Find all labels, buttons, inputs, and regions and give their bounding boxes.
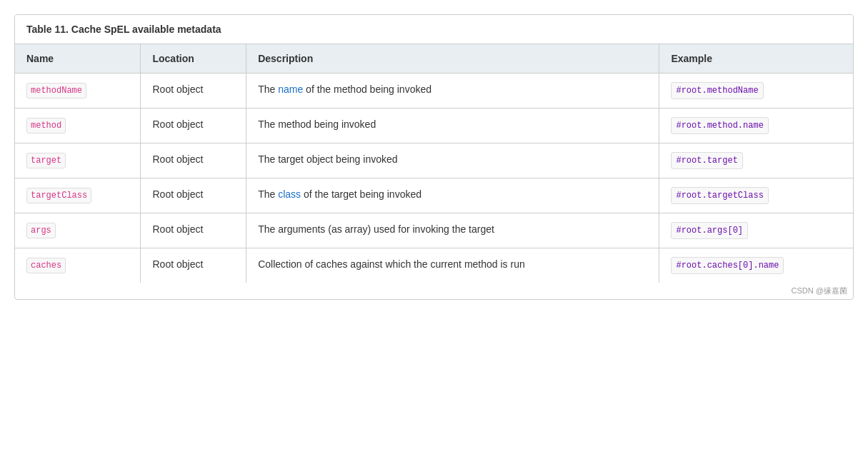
cell-example: #root.target [659, 143, 853, 178]
cell-example: #root.method.name [659, 109, 853, 143]
cell-location: Root object [141, 178, 246, 213]
cell-example: #root.methodName [659, 74, 853, 109]
example-code: #root.target [671, 152, 742, 169]
table-title: Table 11. Cache SpEL available metadata [15, 15, 853, 44]
example-code: #root.methodName [671, 82, 763, 99]
cell-description: The method being invoked [246, 109, 659, 143]
example-code: #root.method.name [671, 117, 768, 134]
cell-name: targetClass [15, 178, 141, 213]
name-badge: target [26, 153, 66, 168]
cell-location: Root object [141, 248, 246, 283]
example-code: #root.targetClass [671, 187, 768, 204]
name-badge: method [26, 118, 66, 133]
description-highlight: class [278, 188, 301, 200]
watermark: CSDN @缘嘉菌 [15, 283, 853, 299]
cell-description: The class of the target being invoked [246, 178, 659, 213]
cell-description: Collection of caches against which the c… [246, 248, 659, 283]
description-highlight: name [278, 84, 303, 95]
cell-description: The name of the method being invoked [246, 74, 659, 109]
col-header-example: Example [659, 44, 853, 74]
name-badge: args [26, 223, 56, 238]
cell-location: Root object [141, 213, 246, 248]
cell-location: Root object [141, 74, 246, 109]
name-badge: targetClass [26, 188, 91, 203]
cell-name: methodName [15, 74, 141, 109]
cell-location: Root object [141, 109, 246, 143]
cell-description: The arguments (as array) used for invoki… [246, 213, 659, 248]
example-code: #root.args[0] [671, 222, 748, 239]
table-row: targetClassRoot objectThe class of the t… [15, 178, 853, 213]
table-row: targetRoot objectThe target object being… [15, 143, 853, 178]
example-code: #root.caches[0].name [671, 257, 784, 274]
cell-example: #root.caches[0].name [659, 248, 853, 283]
cell-name: args [15, 213, 141, 248]
col-header-description: Description [246, 44, 659, 74]
cell-name: method [15, 109, 141, 143]
name-badge: caches [26, 258, 66, 273]
cell-name: target [15, 143, 141, 178]
table-row: methodRoot objectThe method being invoke… [15, 109, 853, 143]
cell-name: caches [15, 248, 141, 283]
metadata-table: Name Location Description Example method… [15, 44, 853, 283]
table-header-row: Name Location Description Example [15, 44, 853, 74]
col-header-name: Name [15, 44, 141, 74]
table-row: cachesRoot objectCollection of caches ag… [15, 248, 853, 283]
table-row: argsRoot objectThe arguments (as array) … [15, 213, 853, 248]
name-badge: methodName [26, 83, 86, 99]
cell-description: The target object being invoked [246, 143, 659, 178]
cell-location: Root object [141, 143, 246, 178]
cell-example: #root.args[0] [659, 213, 853, 248]
col-header-location: Location [141, 44, 246, 74]
table-container: Table 11. Cache SpEL available metadata … [14, 14, 854, 300]
table-row: methodNameRoot objectThe name of the met… [15, 74, 853, 109]
cell-example: #root.targetClass [659, 178, 853, 213]
